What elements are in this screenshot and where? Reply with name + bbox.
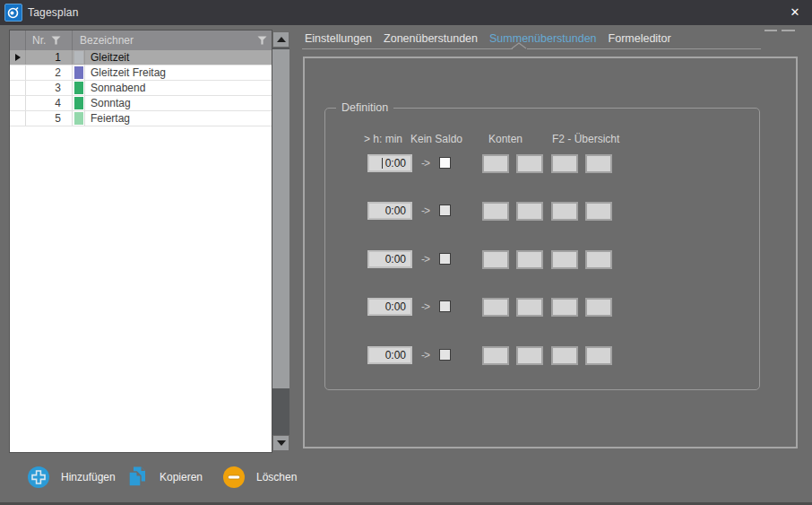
row-number: 1 bbox=[26, 50, 73, 65]
tab-summenueberstunden[interactable]: Summenüberstunden bbox=[489, 32, 597, 45]
definition-groupbox: Definition > h: min Kein Saldo Konten F2… bbox=[324, 108, 760, 390]
color-swatch bbox=[73, 65, 85, 80]
row-number: 5 bbox=[26, 111, 73, 126]
tab-bar: Einstellungen Zonenüberstunden Summenübe… bbox=[305, 32, 671, 45]
kein-saldo-checkbox[interactable] bbox=[439, 349, 451, 361]
row-label: Gleitzeit Freitag bbox=[85, 65, 272, 80]
nr-column-header[interactable]: Nr. bbox=[26, 30, 73, 50]
dash-icon-2 bbox=[782, 30, 795, 31]
f2-button-2[interactable] bbox=[585, 346, 612, 365]
hmin-input[interactable]: 0:00 bbox=[367, 154, 412, 172]
row-number: 3 bbox=[26, 81, 73, 95]
f2-button-1[interactable] bbox=[551, 154, 578, 173]
kein-saldo-checkbox[interactable] bbox=[439, 157, 451, 169]
color-swatch bbox=[73, 111, 85, 126]
selected-row-marker-icon bbox=[10, 50, 26, 65]
konto-button-2[interactable] bbox=[516, 202, 543, 221]
konto-button-2[interactable] bbox=[516, 298, 543, 317]
table-row[interactable]: 2 Gleitzeit Freitag bbox=[10, 65, 272, 81]
f2-button-1[interactable] bbox=[551, 202, 578, 221]
delete-minus-icon bbox=[222, 466, 246, 489]
bezeichner-column-label: Bezeichner bbox=[80, 34, 134, 47]
row-label: Feiertag bbox=[85, 111, 272, 126]
color-swatch bbox=[73, 81, 85, 95]
active-tab-caret-icon bbox=[511, 42, 527, 49]
arrow-glyph: -> bbox=[421, 300, 429, 313]
scrollbar-thumb[interactable] bbox=[272, 49, 289, 388]
kein-saldo-checkbox[interactable] bbox=[439, 205, 451, 216]
add-button-label: Hinzufügen bbox=[61, 471, 116, 483]
marker-column-header bbox=[10, 30, 26, 50]
arrow-glyph: -> bbox=[421, 205, 429, 217]
row-number: 4 bbox=[26, 96, 73, 110]
copy-button[interactable]: Kopieren bbox=[125, 466, 203, 489]
vertical-scrollbar[interactable] bbox=[272, 31, 289, 451]
header-kein-saldo: Kein Saldo bbox=[410, 133, 462, 145]
tab-zonenueberstunden[interactable]: Zonenüberstunden bbox=[384, 32, 478, 45]
definition-row: 0:00 -> bbox=[325, 154, 759, 174]
arrow-glyph: -> bbox=[421, 253, 429, 266]
row-label: Gleitzeit bbox=[85, 50, 272, 65]
groupbox-title: Definition bbox=[336, 101, 393, 114]
row-label: Sonnabend bbox=[85, 81, 272, 95]
f2-button-1[interactable] bbox=[551, 250, 578, 269]
tab-einstellungen[interactable]: Einstellungen bbox=[305, 32, 372, 45]
header-hmin: > h: min bbox=[364, 133, 402, 145]
arrow-glyph: -> bbox=[421, 157, 429, 170]
konto-button-1[interactable] bbox=[482, 250, 509, 269]
filter-funnel-icon[interactable] bbox=[257, 36, 267, 45]
f2-button-1[interactable] bbox=[551, 346, 578, 365]
scroll-down-icon[interactable] bbox=[272, 435, 289, 451]
table-row[interactable]: 5 Feiertag bbox=[10, 111, 272, 126]
header-konten: Konten bbox=[488, 133, 523, 145]
window-title: Tagesplan bbox=[28, 6, 79, 19]
header-f2-uebersicht: F2 - Übersicht bbox=[552, 133, 619, 145]
copy-pages-icon bbox=[125, 466, 149, 489]
table-row[interactable]: 1 Gleitzeit bbox=[10, 50, 272, 65]
tab-formeleditor[interactable]: Formeleditor bbox=[609, 32, 671, 45]
tab-underline bbox=[527, 48, 761, 49]
add-plus-icon bbox=[27, 466, 50, 489]
filter-funnel-icon[interactable] bbox=[51, 36, 61, 45]
f2-button-2[interactable] bbox=[585, 154, 612, 173]
kein-saldo-checkbox[interactable] bbox=[439, 300, 451, 312]
bezeichner-column-header[interactable]: Bezeichner bbox=[73, 30, 272, 50]
table-row[interactable]: 3 Sonnabend bbox=[10, 81, 272, 96]
konto-button-2[interactable] bbox=[516, 154, 543, 173]
scroll-up-icon[interactable] bbox=[272, 31, 289, 48]
add-button[interactable]: Hinzufügen bbox=[27, 466, 116, 489]
dayplan-table: Nr. Bezeichner 1 Gleitzeit 2 Gleitzeit F bbox=[9, 30, 272, 453]
copy-button-label: Kopieren bbox=[160, 471, 203, 483]
hmin-input[interactable]: 0:00 bbox=[367, 250, 412, 268]
f2-button-2[interactable] bbox=[585, 250, 612, 269]
hmin-input[interactable]: 0:00 bbox=[367, 346, 412, 364]
konto-button-2[interactable] bbox=[516, 250, 543, 269]
nr-column-label: Nr. bbox=[32, 34, 46, 47]
titlebar: Tagesplan ✕ bbox=[0, 0, 812, 25]
tab-content-panel: Definition > h: min Kein Saldo Konten F2… bbox=[303, 57, 798, 448]
definition-row: 0:00 -> bbox=[325, 298, 759, 318]
hmin-input[interactable]: 0:00 bbox=[367, 202, 412, 220]
delete-button[interactable]: Löschen bbox=[222, 466, 297, 489]
definition-row: 0:00 -> bbox=[325, 250, 759, 270]
arrow-glyph: -> bbox=[421, 349, 429, 361]
text-caret bbox=[382, 158, 383, 169]
konto-button-1[interactable] bbox=[482, 154, 509, 173]
konto-button-1[interactable] bbox=[482, 298, 509, 317]
f2-button-2[interactable] bbox=[585, 202, 612, 221]
f2-button-1[interactable] bbox=[551, 298, 578, 317]
definition-row: 0:00 -> bbox=[325, 202, 759, 222]
konto-button-1[interactable] bbox=[482, 202, 509, 221]
konto-button-2[interactable] bbox=[516, 346, 543, 365]
close-icon[interactable]: ✕ bbox=[785, 4, 805, 21]
row-label: Sonntag bbox=[85, 96, 272, 110]
hmin-input[interactable]: 0:00 bbox=[367, 298, 412, 316]
f2-button-2[interactable] bbox=[585, 298, 612, 317]
app-clock-icon bbox=[4, 4, 22, 22]
row-number: 2 bbox=[26, 65, 73, 80]
kein-saldo-checkbox[interactable] bbox=[439, 253, 451, 265]
delete-button-label: Löschen bbox=[256, 471, 297, 483]
color-swatch bbox=[73, 96, 85, 110]
konto-button-1[interactable] bbox=[482, 346, 509, 365]
table-row[interactable]: 4 Sonntag bbox=[10, 96, 272, 111]
